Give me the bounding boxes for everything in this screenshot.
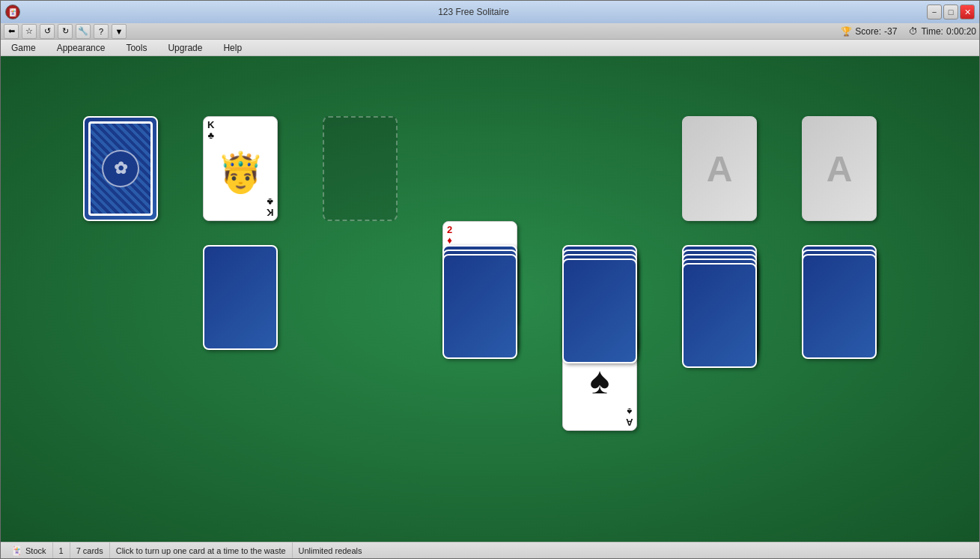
title-bar: 🃏 123 Free Solitaire − □ ✕	[1, 1, 979, 23]
time-value: 0:00:20	[946, 26, 976, 37]
window-controls: − □ ✕	[927, 4, 975, 19]
menu-bar: Game Appearance Tools Upgrade Help	[1, 40, 979, 56]
toolbar-btn-redo[interactable]: ↻	[58, 24, 73, 39]
time-icon: ⏱	[909, 26, 918, 37]
status-redeals: Unlimited redeals	[293, 543, 368, 558]
toolbar-btn-back[interactable]: ⬅	[4, 24, 19, 39]
close-button[interactable]: ✕	[960, 4, 975, 19]
menu-help[interactable]: Help	[219, 41, 246, 55]
status-hint: Click to turn up one card at a time to t…	[110, 543, 293, 558]
minimize-button[interactable]: −	[927, 4, 942, 19]
header-status: 🏆 Score: -37 ⏱ Time: 0:00:20	[841, 26, 976, 37]
placeholder-col3	[323, 116, 398, 221]
foundation-slot-1[interactable]: A	[682, 116, 757, 221]
foundation-slot-2[interactable]: A	[802, 116, 877, 221]
toolbar: ⬅ ☆ ↺ ↻ 🔧 ? ▼ 🏆 Score: -37 ⏱ Time: 0:00:…	[1, 23, 979, 40]
score-value: -37	[884, 26, 897, 37]
king-clubs-card[interactable]: K♣ 🤴 K♣	[203, 116, 278, 221]
toolbar-btn-star[interactable]: ☆	[22, 24, 37, 39]
status-count: 1	[53, 543, 70, 558]
stock-icon: 🃏	[11, 546, 22, 556]
toolbar-btn-settings[interactable]: 🔧	[76, 24, 91, 39]
status-bar: 🃏 Stock 1 7 cards Click to turn up one c…	[1, 542, 979, 558]
maximize-button[interactable]: □	[943, 4, 958, 19]
window: 🃏 123 Free Solitaire − □ ✕ ⬅ ☆ ↺ ↻ 🔧 ? ▼…	[0, 0, 980, 559]
game-area[interactable]: ✿ K♣ 🤴 K♣ 2♦ ♦ ♦ 2♦ A♠ ♠ A♠ A	[1, 56, 979, 542]
score-icon: 🏆	[841, 26, 852, 37]
score-label: Score:	[855, 26, 881, 37]
window-title: 123 Free Solitaire	[438, 7, 509, 17]
time-label: Time:	[921, 26, 943, 37]
toolbar-btn-help[interactable]: ?	[94, 24, 109, 39]
toolbar-btn-dropdown[interactable]: ▼	[112, 24, 127, 39]
app-icon: 🃏	[5, 4, 20, 19]
score-display: 🏆 Score: -37	[841, 26, 897, 37]
menu-upgrade[interactable]: Upgrade	[163, 41, 207, 55]
menu-appearance[interactable]: Appearance	[52, 41, 110, 55]
menu-game[interactable]: Game	[7, 41, 40, 55]
status-stock: 🃏 Stock	[5, 543, 53, 558]
stock-pile[interactable]: ✿	[83, 116, 158, 221]
time-display: ⏱ Time: 0:00:20	[909, 26, 976, 37]
title-bar-left: 🃏	[5, 4, 20, 19]
menu-tools[interactable]: Tools	[121, 41, 151, 55]
status-cards: 7 cards	[70, 543, 110, 558]
status-stock-label: Stock	[25, 546, 46, 555]
toolbar-btn-undo[interactable]: ↺	[40, 24, 55, 39]
